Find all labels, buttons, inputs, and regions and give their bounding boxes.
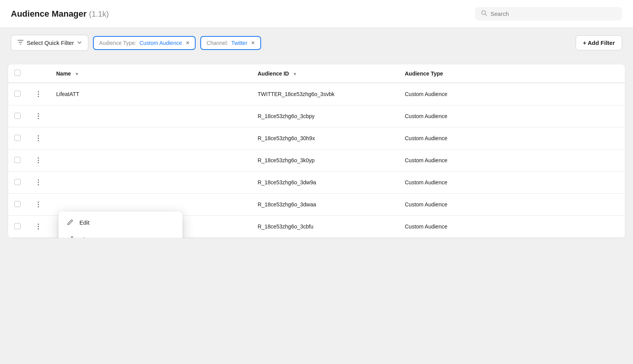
svg-point-12 bbox=[38, 160, 39, 161]
row-menu-button[interactable] bbox=[33, 89, 44, 100]
chevron-down-icon bbox=[77, 39, 82, 46]
quick-filter-button[interactable]: Select Quick Filter bbox=[11, 35, 88, 51]
row-menu-button[interactable] bbox=[33, 111, 44, 122]
svg-point-21 bbox=[38, 226, 39, 227]
svg-point-5 bbox=[38, 113, 39, 115]
svg-point-14 bbox=[38, 180, 39, 181]
select-all-column bbox=[8, 64, 27, 83]
table-row: R_18ce53zhg6o_3dw9a Custom Audience bbox=[8, 172, 625, 194]
row-checkbox[interactable] bbox=[14, 157, 21, 163]
audience-type-label: Audience Type: bbox=[99, 40, 136, 46]
row-audience-type: Custom Audience bbox=[399, 216, 625, 238]
row-menu-button[interactable] bbox=[33, 155, 44, 166]
table-row: R_18ce53zhg6o_30h9x Custom Audience bbox=[8, 127, 625, 149]
select-all-checkbox[interactable] bbox=[14, 70, 21, 76]
channel-filter-chip: Channel: Twitter × bbox=[200, 36, 261, 50]
row-audience-type: Custom Audience bbox=[399, 83, 625, 105]
search-input[interactable] bbox=[490, 10, 616, 17]
row-menu-cell bbox=[27, 83, 50, 105]
context-menu-item-share[interactable]: Share bbox=[58, 231, 182, 238]
row-menu-cell bbox=[27, 149, 50, 172]
row-audience-id: R_18ce53zhg6o_3dwaa bbox=[251, 194, 399, 216]
svg-point-4 bbox=[38, 96, 39, 97]
page-header: Audience Manager (1.1k) bbox=[0, 0, 633, 28]
row-audience-type: Custom Audience bbox=[399, 127, 625, 149]
row-menu-cell bbox=[27, 105, 50, 127]
row-audience-id: R_18ce53zhg6o_3k0yp bbox=[251, 149, 399, 172]
audience-type-column-header: Audience Type bbox=[399, 64, 625, 83]
row-checkbox[interactable] bbox=[14, 113, 21, 119]
row-checkbox-cell bbox=[8, 105, 27, 127]
row-menu-cell bbox=[27, 127, 50, 149]
svg-point-17 bbox=[38, 202, 39, 203]
audience-type-close-button[interactable]: × bbox=[186, 40, 189, 46]
row-audience-id: TWITTER_18ce53zhg6o_3svbk bbox=[251, 83, 399, 105]
row-audience-id: R_18ce53zhg6o_3cbpy bbox=[251, 105, 399, 127]
table-row: R_18ce53zhg6o_3k0yp Custom Audience bbox=[8, 149, 625, 172]
add-filter-button[interactable]: + Add Filter bbox=[576, 35, 622, 50]
row-checkbox-cell bbox=[8, 149, 27, 172]
svg-point-16 bbox=[38, 184, 39, 185]
row-menu-button[interactable] bbox=[33, 221, 44, 232]
context-menu-item-edit[interactable]: Edit bbox=[58, 214, 182, 231]
row-audience-type: Custom Audience bbox=[399, 172, 625, 194]
row-checkbox[interactable] bbox=[14, 201, 21, 207]
row-checkbox[interactable] bbox=[14, 91, 21, 97]
row-audience-id: R_18ce53zhg6o_3cbfu bbox=[251, 216, 399, 238]
page-title: Audience Manager (1.1k) bbox=[11, 9, 109, 19]
share-label: Share bbox=[79, 236, 95, 239]
edit-label: Edit bbox=[79, 219, 89, 226]
svg-point-18 bbox=[38, 204, 39, 205]
row-audience-type: Custom Audience bbox=[399, 105, 625, 127]
name-column-header[interactable]: Name ▼ bbox=[50, 64, 251, 83]
svg-point-2 bbox=[38, 91, 39, 93]
row-checkbox[interactable] bbox=[14, 223, 21, 229]
channel-label: Channel: bbox=[206, 40, 228, 46]
menu-column bbox=[27, 64, 50, 83]
row-menu-button[interactable] bbox=[33, 133, 44, 144]
svg-line-1 bbox=[485, 14, 487, 16]
row-checkbox[interactable] bbox=[14, 135, 21, 141]
audience-id-column-header[interactable]: Audience ID ▼ bbox=[251, 64, 399, 83]
svg-point-10 bbox=[38, 140, 39, 141]
row-menu-cell bbox=[27, 216, 50, 238]
row-menu-cell bbox=[27, 172, 50, 194]
svg-point-11 bbox=[38, 158, 39, 159]
row-name bbox=[50, 172, 251, 194]
search-bar bbox=[475, 7, 622, 21]
row-name bbox=[50, 149, 251, 172]
search-icon bbox=[481, 10, 487, 17]
svg-line-26 bbox=[69, 238, 71, 238]
row-checkbox-cell bbox=[8, 83, 27, 105]
svg-point-8 bbox=[38, 136, 39, 137]
svg-point-15 bbox=[38, 182, 39, 183]
audience-id-column-label: Audience ID bbox=[258, 70, 289, 77]
table-header-row: Name ▼ Audience ID ▼ Audience Type bbox=[8, 64, 625, 83]
row-checkbox-cell bbox=[8, 172, 27, 194]
audience-type-column-label: Audience Type bbox=[405, 70, 443, 77]
table-row: R_18ce53zhg6o_3cbpy Custom Audience bbox=[8, 105, 625, 127]
add-filter-label: + Add Filter bbox=[583, 39, 615, 46]
filter-icon bbox=[17, 39, 24, 46]
audience-id-sort-icon: ▼ bbox=[293, 72, 297, 76]
title-text: Audience Manager bbox=[11, 9, 87, 19]
row-audience-type: Custom Audience bbox=[399, 149, 625, 172]
name-column-label: Name bbox=[56, 70, 71, 77]
quick-filter-label: Select Quick Filter bbox=[27, 39, 74, 46]
channel-value: Twitter bbox=[231, 40, 247, 46]
row-name bbox=[50, 105, 251, 127]
svg-point-20 bbox=[38, 224, 39, 225]
svg-point-3 bbox=[38, 94, 39, 95]
edit-icon bbox=[66, 218, 74, 226]
row-menu-button[interactable] bbox=[33, 177, 44, 188]
table-row: LifeatATT TWITTER_18ce53zhg6o_3svbk Cust… bbox=[8, 83, 625, 105]
channel-close-button[interactable]: × bbox=[251, 40, 255, 46]
row-menu-button[interactable] bbox=[33, 199, 44, 210]
audience-type-value: Custom Audience bbox=[139, 40, 182, 46]
row-audience-id: R_18ce53zhg6o_30h9x bbox=[251, 127, 399, 149]
audience-table-container: Name ▼ Audience ID ▼ Audience Type bbox=[8, 64, 625, 238]
row-checkbox[interactable] bbox=[14, 179, 21, 185]
audience-type-filter-chip: Audience Type: Custom Audience × bbox=[93, 36, 196, 50]
svg-point-7 bbox=[38, 118, 39, 119]
audience-count: (1.1k) bbox=[89, 10, 109, 18]
